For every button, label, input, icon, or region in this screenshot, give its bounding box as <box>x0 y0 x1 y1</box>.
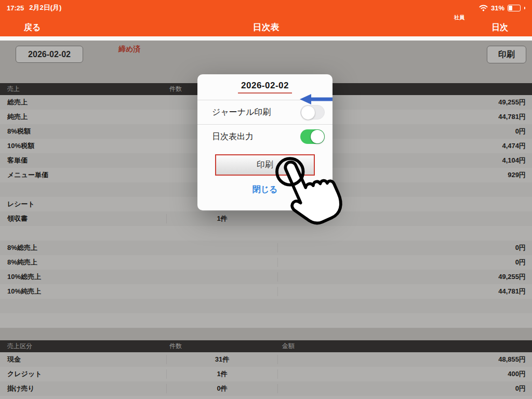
daily-report-output-toggle-row[interactable]: 日次表出力 <box>197 125 332 149</box>
sales-category-table: 売上区分 件数 金額 現金31件48,855円クレジット1件400円掛け売り0件… <box>0 340 532 399</box>
row-amount-cell: 0円 <box>277 243 532 252</box>
dialog-close-button[interactable]: 閉じる <box>197 184 332 195</box>
journal-print-toggle[interactable] <box>300 105 325 119</box>
row-amount-cell: 48,855円 <box>277 355 532 364</box>
table-row: 掛け売り0件0円 <box>0 381 532 396</box>
row-label-cell: メニュー単価 <box>0 170 166 180</box>
row-count-cell: 1件 <box>166 214 277 223</box>
row-label-cell: 8%総売上 <box>0 243 166 252</box>
table-row <box>0 226 532 241</box>
table-row <box>0 396 532 399</box>
row-count-cell: 1件 <box>166 369 277 379</box>
table-row: 10%純売上44,781円 <box>0 284 532 299</box>
row-amount-cell: 400円 <box>277 369 532 379</box>
arrow-left-annotation-icon <box>300 94 332 107</box>
daily-report-output-toggle[interactable] <box>300 129 325 144</box>
print-button[interactable]: 印刷 <box>487 46 526 63</box>
row-label-cell: 客単価 <box>0 156 166 165</box>
date-picker-button[interactable]: 2026-02-02 <box>16 46 83 63</box>
row-label-cell: 8%純売上 <box>0 258 166 267</box>
row-amount-cell: 0円 <box>277 384 532 393</box>
date-text: 2月2日(月) <box>29 3 61 12</box>
row-label-cell: 8%税額 <box>0 127 166 136</box>
table-row: 8%総売上0円 <box>0 241 532 255</box>
header-amount: 金額 <box>277 342 532 351</box>
navigation-bar: 戻る 日次表 社員 日次 <box>0 16 532 36</box>
journal-print-label: ジャーナル印刷 <box>212 107 271 118</box>
row-label-cell: レシート <box>0 200 166 209</box>
dialog-print-button[interactable]: 印刷 <box>215 154 315 176</box>
row-label-cell: 現金 <box>0 355 166 364</box>
clock-text: 17:25 <box>7 4 24 12</box>
table-row: クレジット1件400円 <box>0 367 532 381</box>
closed-status-badge: 締め済 <box>118 45 140 54</box>
dialog-date-text: 2026-02-02 <box>241 81 289 91</box>
header-category: 売上区分 <box>0 342 166 351</box>
row-amount-cell: 0円 <box>277 258 532 267</box>
row-label-cell: 10%税額 <box>0 141 166 151</box>
row-label-cell: 領収書 <box>0 214 166 223</box>
table-row: 領収書1件 <box>0 211 532 226</box>
battery-nub <box>524 7 525 9</box>
table-row: 8%純売上0円 <box>0 255 532 270</box>
row-label-cell: クレジット <box>0 369 166 379</box>
date-underline-annotation <box>238 92 292 94</box>
row-label-cell: 純売上 <box>0 112 166 122</box>
row-amount-cell: 44,781円 <box>277 287 532 296</box>
table-header: 売上区分 件数 金額 <box>0 340 532 352</box>
battery-icon <box>508 5 521 11</box>
daily-nav-button[interactable]: 日次 <box>491 22 508 33</box>
daily-report-output-label: 日次表出力 <box>212 131 254 142</box>
row-count-cell: 31件 <box>166 355 277 364</box>
row-label-cell: 掛け売り <box>0 384 166 393</box>
header-divider <box>0 36 532 41</box>
header-sales: 売上 <box>0 85 166 94</box>
table-row: 10%総売上49,255円 <box>0 270 532 284</box>
staff-label: 社員 <box>454 14 464 21</box>
table-row <box>0 313 532 328</box>
table-row <box>0 299 532 313</box>
wifi-icon <box>479 5 488 11</box>
toggle-knob <box>301 106 315 119</box>
header-count: 件数 <box>166 342 277 351</box>
battery-percent: 31% <box>491 4 504 12</box>
row-amount-cell: 49,255円 <box>277 272 532 282</box>
row-count-cell: 0件 <box>166 384 277 393</box>
row-label-cell: 10%純売上 <box>0 287 166 296</box>
toggle-knob <box>311 130 324 143</box>
row-label-cell: 総売上 <box>0 98 166 107</box>
page-title: 日次表 <box>0 21 532 33</box>
status-bar: 17:25 2月2日(月) 31% <box>0 0 532 16</box>
table-row: 現金31件48,855円 <box>0 352 532 367</box>
row-label-cell: 10%総売上 <box>0 272 166 282</box>
